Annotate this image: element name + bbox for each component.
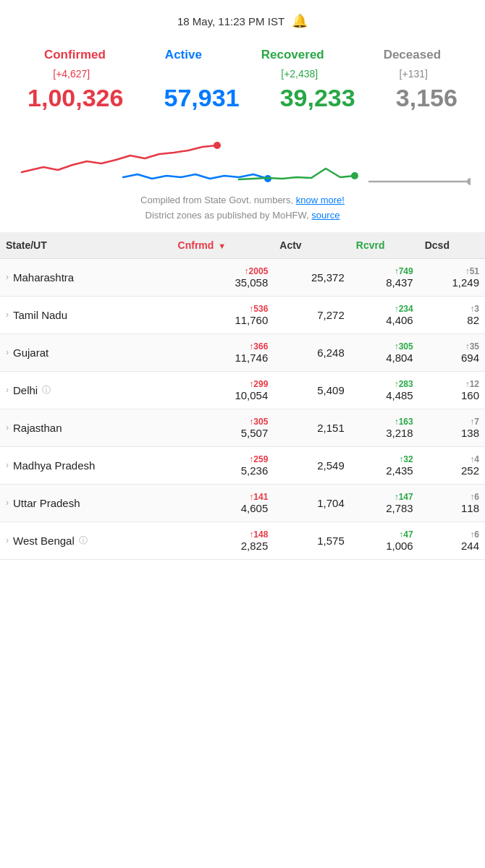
confirmed-delta: [+4,627] [46, 68, 97, 80]
states-table: State/UT Cnfrmd ▼ Actv Rcvrd Dcsd › Maha… [0, 232, 485, 560]
recovered-cell: ↑47 1,006 [350, 522, 419, 559]
state-name: Delhi [13, 384, 38, 396]
deceased-label: Deceased [384, 48, 441, 62]
table-row[interactable]: › Delhi ⓘ ↑299 10,054 5,409 ↑283 4,485 ↑… [0, 371, 485, 409]
table-row[interactable]: › Madhya Pradesh ↑259 5,236 2,549 ↑32 2,… [0, 446, 485, 484]
state-cell: › Tamil Nadu [0, 296, 172, 333]
row-chevron-icon: › [6, 422, 9, 433]
confirmed-delta: ↑305 [178, 417, 269, 427]
confirmed-delta: ↑536 [178, 304, 269, 314]
recovered-main: 4,406 [356, 314, 413, 326]
confirmed-value: 1,00,326 [28, 84, 123, 112]
table-row[interactable]: › Gujarat ↑366 11,746 6,248 ↑305 4,804 ↑… [0, 333, 485, 371]
recovered-delta: ↑234 [356, 304, 413, 314]
row-chevron-icon: › [6, 498, 9, 508]
deceased-main: 1,249 [425, 276, 479, 289]
active-cell: 5,409 [274, 371, 350, 409]
recovered-cell: ↑32 2,435 [350, 446, 419, 484]
recovered-main: 3,218 [356, 427, 413, 439]
recovered-delta: ↑47 [356, 529, 413, 540]
col-header-confirmed: Cnfrmd ▼ [172, 232, 274, 259]
confirmed-delta: ↑2005 [178, 266, 269, 276]
row-chevron-icon: › [6, 535, 9, 545]
confirmed-delta: ↑148 [178, 529, 269, 540]
confirmed-cell: ↑305 5,507 [172, 409, 274, 446]
deceased-cell: ↑3 82 [419, 296, 485, 333]
deceased-cell: ↑6 244 [419, 522, 485, 559]
active-main: 25,372 [279, 271, 344, 284]
state-name: West Bengal [13, 535, 75, 547]
sparklines-chart [0, 118, 485, 183]
state-name: Maharashtra [13, 271, 74, 284]
disclaimer-line2: District zones as published by MoHFW, [146, 210, 309, 221]
recovered-cell: ↑147 2,783 [350, 484, 419, 522]
sparklines-svg [14, 125, 471, 190]
deceased-main: 252 [425, 464, 479, 477]
state-cell: › West Bengal ⓘ [0, 522, 172, 559]
datetime-label: 18 May, 11:23 PM IST [177, 15, 284, 27]
deceased-cell: ↑4 252 [419, 446, 485, 484]
active-cell: 1,704 [274, 484, 350, 522]
recovered-main: 4,485 [356, 389, 413, 401]
deceased-cell: ↑35 694 [419, 333, 485, 371]
know-more-link[interactable]: know more! [296, 195, 345, 205]
recovered-delta: ↑147 [356, 492, 413, 502]
confirmed-cell: ↑148 2,825 [172, 522, 274, 559]
deceased-cell: ↑51 1,249 [419, 258, 485, 296]
confirmed-label: Confirmed [44, 48, 106, 62]
recovered-cell: ↑163 3,218 [350, 409, 419, 446]
active-main: 5,409 [279, 384, 344, 396]
row-chevron-icon: › [6, 347, 9, 357]
active-label: Active [165, 48, 202, 62]
active-cell: 2,549 [274, 446, 350, 484]
row-chevron-icon: › [6, 385, 9, 395]
table-row[interactable]: › Maharashtra ↑2005 35,058 25,372 ↑749 8… [0, 258, 485, 296]
deceased-cell: ↑7 138 [419, 409, 485, 446]
header-bar: 18 May, 11:23 PM IST 🔔 [0, 0, 485, 36]
table-row[interactable]: › Tamil Nadu ↑536 11,760 7,272 ↑234 4,40… [0, 296, 485, 333]
deceased-delta: [+131] [388, 68, 439, 80]
info-icon: ⓘ [79, 535, 88, 547]
confirmed-cell: ↑259 5,236 [172, 446, 274, 484]
stats-labels-row: Confirmed Active Recovered Deceased [0, 36, 485, 65]
confirmed-main: 5,236 [178, 464, 269, 477]
active-cell: 7,272 [274, 296, 350, 333]
active-main: 1,575 [279, 535, 344, 547]
table-row[interactable]: › Rajasthan ↑305 5,507 2,151 ↑163 3,218 … [0, 409, 485, 446]
stats-numbers-row: 1,00,326 57,931 39,233 3,156 [0, 81, 485, 118]
active-cell: 1,575 [274, 522, 350, 559]
confirmed-cell: ↑141 4,605 [172, 484, 274, 522]
active-cell: 25,372 [274, 258, 350, 296]
state-name: Gujarat [13, 346, 48, 359]
active-cell: 2,151 [274, 409, 350, 446]
deceased-main: 160 [425, 389, 479, 401]
confirmed-delta: ↑259 [178, 454, 269, 464]
confirmed-main: 10,054 [178, 389, 269, 401]
confirmed-main: 11,746 [178, 352, 269, 364]
state-name: Rajasthan [13, 422, 62, 434]
recovered-cell: ↑305 4,804 [350, 333, 419, 371]
source-link[interactable]: source [311, 210, 340, 221]
confirmed-main: 4,605 [178, 502, 269, 514]
col-header-deceased: Dcsd [419, 232, 485, 259]
confirmed-cell: ↑299 10,054 [172, 371, 274, 409]
stats-delta-row: [+4,627] [+2,438] [+131] [0, 65, 485, 81]
active-main: 1,704 [279, 497, 344, 509]
recovered-delta: [+2,438] [274, 68, 325, 80]
state-cell: › Delhi ⓘ [0, 371, 172, 409]
svg-point-0 [214, 142, 221, 149]
table-row[interactable]: › West Bengal ⓘ ↑148 2,825 1,575 ↑47 1,0… [0, 522, 485, 559]
confirmed-cell: ↑366 11,746 [172, 333, 274, 371]
confirmed-cell: ↑536 11,760 [172, 296, 274, 333]
notification-bell-icon[interactable]: 🔔 [292, 13, 308, 29]
svg-point-2 [351, 172, 358, 179]
deceased-delta: ↑7 [425, 417, 479, 427]
deceased-main: 138 [425, 427, 479, 439]
deceased-delta: ↑12 [425, 379, 479, 389]
deceased-delta: ↑6 [425, 529, 479, 540]
deceased-delta: ↑4 [425, 454, 479, 464]
table-row[interactable]: › Uttar Pradesh ↑141 4,605 1,704 ↑147 2,… [0, 484, 485, 522]
row-chevron-icon: › [6, 310, 9, 320]
state-cell: › Rajasthan [0, 409, 172, 446]
info-icon: ⓘ [42, 384, 51, 396]
